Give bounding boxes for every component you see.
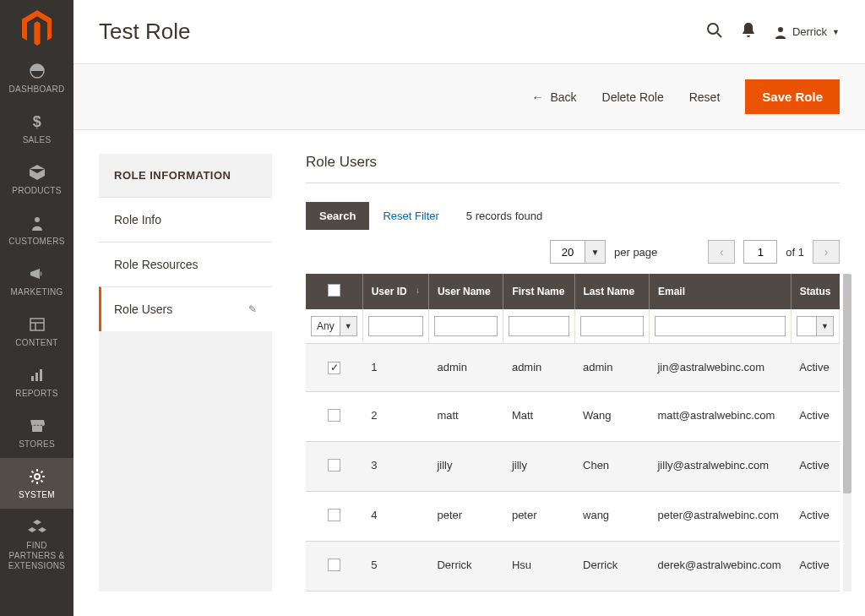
nav-products[interactable]: PRODUCTS [0,154,73,204]
svg-line-11 [717,33,721,37]
search-button[interactable]: Search [306,202,369,230]
back-button[interactable]: ← Back [531,90,576,104]
user-name: Derrick [792,25,827,38]
cell-user_id: 4 [362,491,428,541]
col-last_name[interactable]: Last Name [574,274,649,309]
row-checkbox[interactable] [328,362,340,374]
svg-rect-7 [35,373,38,381]
table-row[interactable]: 5DerrickHsuDerrickderek@astralwebinc.com… [306,541,840,591]
cell-email: jin@astralwebinc.com [649,344,791,392]
per-page-input[interactable] [550,240,585,264]
per-page-select[interactable]: ▼ [550,240,606,264]
cell-status: Active [791,391,839,441]
cell-status: Active [791,441,839,491]
chevron-down-icon: ▼ [832,28,840,36]
cell-first_name: Matt [503,391,574,441]
scrollbar-thumb[interactable] [843,274,851,493]
cell-user_id: 5 [362,541,428,591]
cell-first_name: jilly [503,441,574,491]
gear-icon [28,467,46,486]
dashboard-icon [28,62,46,80]
col-user_name[interactable]: User Name [428,274,503,309]
row-checkbox[interactable] [328,509,340,521]
records-found-label: 5 records found [466,210,542,222]
tab-role-resources[interactable]: Role Resources [99,242,272,286]
row-checkbox[interactable] [328,409,340,422]
filter-row: Any▼▼ [306,309,840,344]
cell-email: derek@astralwebinc.com [649,541,791,591]
page-title: Test Role [99,19,706,45]
sort-arrow-icon: ↓ [416,286,420,295]
search-icon[interactable] [706,22,723,41]
arrow-left-icon: ← [531,90,543,104]
cell-first_name: peter [503,491,574,541]
table-row[interactable]: 4peterpeterwangpeter@astralwebinc.comAct… [306,491,840,541]
cell-last_name: admin [574,344,649,392]
notifications-icon[interactable] [742,23,755,41]
megaphone-icon [28,264,46,283]
chevron-down-icon: ▼ [340,316,357,336]
save-role-button[interactable]: Save Role [745,79,840,114]
filter-email-input[interactable] [655,316,786,336]
svg-point-9 [35,474,40,479]
scrollbar[interactable] [843,274,851,591]
reset-button[interactable]: Reset [689,90,721,104]
bars-icon [28,366,46,384]
filter-user_id-input[interactable] [368,316,423,336]
col-email[interactable]: Email [649,274,791,309]
row-checkbox[interactable] [328,459,340,472]
cell-user_name: admin [428,344,503,392]
next-page-button[interactable]: › [813,240,840,264]
nav-dashboard[interactable]: DASHBOARD [0,52,73,103]
svg-rect-6 [31,376,34,381]
chevron-down-icon: ▼ [817,316,834,336]
panel-title: Role Users [306,154,840,183]
cell-last_name: Wang [574,391,649,441]
cubes-icon [28,518,46,537]
nav-system[interactable]: SYSTEM [0,458,73,509]
role-information-tabs: ROLE INFORMATION Role InfoRole Resources… [99,154,272,591]
current-page-input[interactable] [743,240,777,264]
chevron-down-icon[interactable]: ▼ [585,240,606,264]
svg-point-12 [778,27,783,32]
col-status[interactable]: Status [791,274,839,309]
nav-stores[interactable]: STORES [0,407,73,458]
filter-any-select[interactable]: Any▼ [311,316,357,336]
tab-role-users[interactable]: Role Users✎ [99,286,272,331]
action-bar: ← Back Delete Role Reset Save Role [73,63,865,130]
nav-sales[interactable]: $SALES [0,103,73,154]
filter-last_name-input[interactable] [580,316,644,336]
nav-customers[interactable]: CUSTOMERS [0,204,73,255]
cell-user_name: peter [428,491,503,541]
cell-last_name: wang [574,491,649,541]
cell-user_id: 1 [362,344,428,392]
nav-find-partners-extensions[interactable]: FIND PARTNERS & EXTENSIONS [0,509,73,580]
magento-logo [22,10,52,41]
filter-first_name-input[interactable] [509,316,569,336]
delete-role-button[interactable]: Delete Role [602,90,664,104]
nav-content[interactable]: CONTENT [0,306,73,357]
layout-icon [28,315,46,334]
table-row[interactable]: 1adminadminadminjin@astralwebinc.comActi… [306,344,840,392]
col-user_id[interactable]: User ID↓ [362,274,428,309]
nav-marketing[interactable]: MARKETING [0,255,73,306]
cell-user_id: 3 [362,441,428,491]
row-checkbox[interactable] [328,559,340,571]
cell-user_id: 2 [362,391,428,441]
cell-last_name: Chen [574,441,649,491]
col-first_name[interactable]: First Name [503,274,574,309]
filter-user_name-input[interactable] [434,316,498,336]
table-row[interactable]: 3jillyjillyChenjilly@astralwebinc.comAct… [306,441,840,491]
reset-filter-link[interactable]: Reset Filter [383,210,438,222]
user-menu[interactable]: Derrick ▼ [774,25,840,39]
tab-role-info[interactable]: Role Info [99,197,272,242]
prev-page-button[interactable]: ‹ [708,240,735,264]
table-row[interactable]: 2mattMattWangmatt@astralwebinc.comActive [306,391,840,441]
per-page-label: per page [614,246,657,259]
filter-status-select[interactable]: ▼ [797,316,834,336]
select-all-checkbox[interactable] [328,284,340,297]
dollar-icon: $ [28,112,46,131]
nav-reports[interactable]: REPORTS [0,357,73,407]
box-icon [28,163,46,182]
svg-point-2 [35,217,40,222]
